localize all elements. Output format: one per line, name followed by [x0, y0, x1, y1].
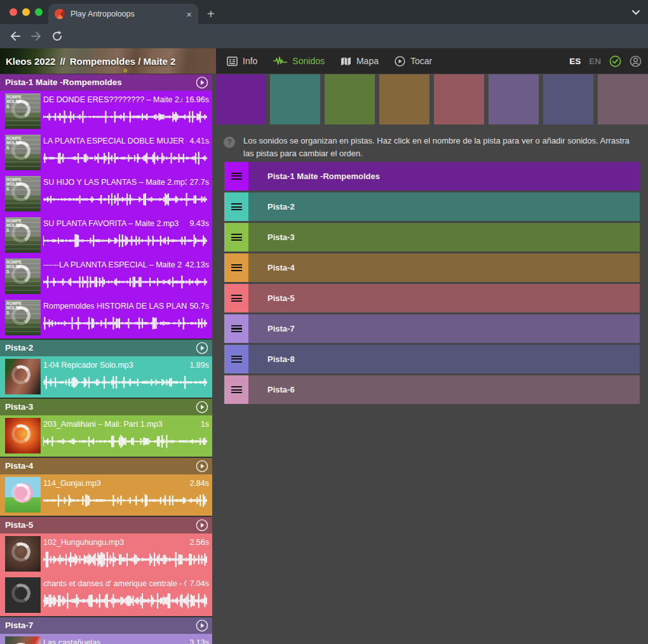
drag-handle[interactable] [224, 162, 248, 191]
clip-thumbnail [5, 477, 41, 513]
waveform [43, 315, 207, 332]
tracks-main-panel: ? Los sonidos se organizan en pistas. Ha… [212, 74, 648, 644]
waveform [43, 593, 207, 609]
waveform [43, 492, 207, 509]
track-header[interactable]: Pista-7 [0, 617, 212, 634]
traffic-light-minimize-button[interactable] [22, 8, 30, 16]
clip-item[interactable]: Las castañuelas 3.13s [0, 634, 212, 644]
clip-thumbnail [5, 418, 41, 453]
map-thumbnail-banner[interactable]: Kleos 2022 // Rompemoldes / Maite 2 [0, 48, 216, 74]
play-track-icon[interactable] [196, 519, 208, 532]
browser-tab[interactable]: Play Antropoloops × [48, 4, 198, 24]
back-button[interactable] [8, 29, 23, 44]
breadcrumb-project[interactable]: Kleos 2022 [6, 56, 55, 67]
track-row[interactable]: Pista-4 [224, 253, 640, 282]
traffic-light-zoom-button[interactable] [35, 8, 43, 16]
waveform [43, 433, 207, 450]
tab-search-chevron-icon[interactable] [631, 10, 640, 15]
forward-button[interactable] [29, 29, 44, 44]
track-name: Pista-3 [5, 402, 33, 412]
clip-item[interactable]: 1-04 Repicador Solo.mp3 1.89s [0, 356, 212, 398]
waveform-icon [273, 56, 287, 66]
drag-handle[interactable] [224, 192, 248, 221]
drag-handle[interactable] [224, 375, 248, 404]
lang-en-button[interactable]: EN [589, 57, 601, 66]
track-row[interactable]: Pista-3 [224, 223, 640, 252]
breadcrumb-path[interactable]: Rompemoldes / Maite 2 [70, 56, 176, 67]
nav-item-tocar[interactable]: Tocar [395, 56, 432, 67]
play-track-icon[interactable] [196, 460, 208, 473]
play-track-icon[interactable] [196, 401, 208, 413]
nav-item-label: Tocar [410, 56, 432, 66]
play-track-icon[interactable] [196, 76, 208, 89]
clip-duration: 7.04s [187, 579, 209, 588]
track-color-swatch [434, 74, 484, 124]
grip-icon [231, 203, 242, 210]
clip-item[interactable]: chants et danses d' amerique centrale - … [0, 575, 212, 616]
track-header[interactable]: Pista-4 [0, 458, 212, 474]
sync-check-icon[interactable] [609, 55, 621, 67]
track-section: Pista-3 203_Amalihani – Mali: Part 1.mp3… [0, 399, 212, 457]
track-color-swatch [325, 74, 375, 124]
track-row[interactable]: Pista-6 [224, 375, 640, 404]
new-tab-button[interactable]: + [207, 5, 215, 23]
clip-item[interactable]: 102_Hunguhungu.mp3 2.56s [0, 533, 212, 575]
loading-spinner-icon [10, 481, 33, 505]
clip-item[interactable]: ROMPEMOLDES DE DONDE ERES???????? – Mait… [0, 91, 212, 132]
track-rows-list: Pista-1 Maite -Rompemoldes Pista-2 Pista… [224, 162, 640, 406]
drag-handle[interactable] [224, 223, 248, 252]
clip-item[interactable]: ROMPEMOLDES SU HIJO Y LAS PLANTAS – Mait… [0, 173, 212, 215]
waveform [43, 150, 207, 166]
play-track-icon[interactable] [196, 619, 208, 632]
clip-title: 1-04 Repicador Solo.mp3 [43, 361, 210, 370]
track-row[interactable]: Pista-1 Maite -Rompemoldes [224, 162, 640, 191]
header-right-controls: ES EN [569, 48, 642, 74]
clip-thumbnail: ROMPEMOLDES [5, 135, 41, 170]
clip-thumbnail [5, 577, 41, 613]
tab-close-icon[interactable]: × [186, 9, 192, 20]
clip-item[interactable]: 203_Amalihani – Mali: Part 1.mp3 1s [0, 415, 212, 457]
track-color-swatch [270, 74, 320, 124]
clip-item[interactable]: ROMPEMOLDES SU PLANTA FAVORITA – Maite 2… [0, 215, 212, 256]
clip-item[interactable]: 114_Gunjai.mp3 2.84s [0, 474, 212, 516]
track-header[interactable]: Pista-1 Maite -Rompemoldes [0, 74, 212, 91]
clip-duration: 9.43s [187, 219, 209, 228]
nav-item-info[interactable]: Info [227, 56, 257, 66]
clip-item[interactable]: ROMPEMOLDES LA PLANTA ESPECIAL DOBLE MUJ… [0, 132, 212, 173]
track-color-swatch [489, 74, 539, 124]
browser-tab-strip: Play Antropoloops × + [0, 0, 648, 24]
lang-es-button[interactable]: ES [569, 57, 581, 66]
track-row[interactable]: Pista-2 [224, 192, 640, 221]
account-icon[interactable] [630, 55, 642, 67]
reload-button[interactable] [50, 29, 65, 44]
clip-item[interactable]: ROMPEMOLDES Rompemoldes HISTORIA DE LAS … [0, 297, 212, 339]
nav-item-mapa[interactable]: Mapa [341, 56, 379, 66]
clip-thumbnail [5, 636, 41, 644]
loading-spinner-icon [10, 363, 33, 387]
track-row[interactable]: Pista-7 [224, 314, 640, 343]
track-header[interactable]: Pista-2 [0, 340, 212, 356]
track-section: Pista-2 1-04 Repicador Solo.mp3 1.89s [0, 340, 212, 398]
traffic-light-close-button[interactable] [10, 8, 17, 16]
app-header: Kleos 2022 // Rompemoldes / Maite 2 Info… [0, 48, 648, 74]
clip-item[interactable]: ROMPEMOLDES ------LA PLANNTA ESPECIAL – … [0, 256, 212, 297]
breadcrumb-separator: // [60, 56, 65, 67]
track-row[interactable]: Pista-5 [224, 284, 640, 312]
site-favicon [55, 9, 65, 19]
track-color-swatch [543, 74, 593, 124]
track-header[interactable]: Pista-5 [0, 517, 212, 533]
clip-title: Rompemoldes HISTORIA DE LAS PLANTAS... [43, 302, 210, 311]
drag-handle[interactable] [224, 314, 248, 343]
track-header[interactable]: Pista-3 [0, 399, 212, 415]
drag-handle[interactable] [224, 253, 248, 282]
track-row-label: Pista-4 [267, 263, 295, 272]
track-row[interactable]: Pista-8 [224, 345, 640, 373]
grip-icon [231, 295, 242, 302]
play-track-icon[interactable] [196, 342, 208, 354]
drag-handle[interactable] [224, 284, 248, 312]
drag-handle[interactable] [224, 345, 248, 373]
info-icon [227, 57, 238, 66]
nav-item-label: Mapa [356, 56, 379, 66]
nav-item-sonidos[interactable]: Sonidos [273, 56, 325, 66]
clip-title: LA PLANTA ESPECIAL DOBLE MUJER - Mai... [43, 137, 210, 145]
